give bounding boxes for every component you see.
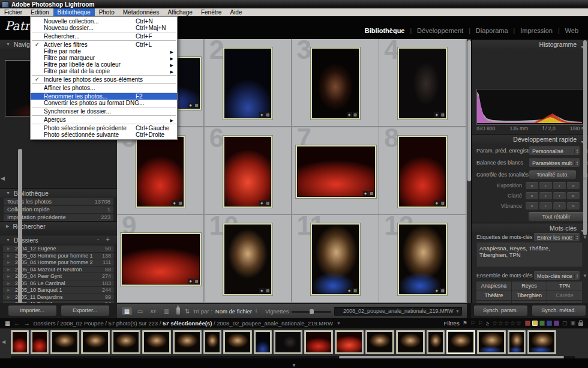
histogram-panel-header[interactable]: Histogramme ▼: [472, 39, 588, 49]
menubar-item-aide[interactable]: Aide: [226, 8, 246, 16]
menu-item[interactable]: ✓Activer les filtresCtrl+L: [31, 41, 177, 48]
menu-item[interactable]: Photo sélectionnée précédenteCtrl+Gauche: [31, 125, 177, 131]
keyword-badge-icon[interactable]: ◈: [434, 112, 439, 118]
menubar-item-edition[interactable]: Edition: [26, 8, 53, 16]
keyword-tags-textarea[interactable]: Anapiesna, Reyes, Théâtre, Tiberghien, T…: [476, 242, 583, 267]
keyword-badge-icon[interactable]: ◈: [347, 288, 352, 294]
crop-badge-icon[interactable]: ▨: [440, 201, 445, 206]
adjust-step-button[interactable]: »: [567, 182, 580, 189]
photo-thumbnail[interactable]: ◈▨: [311, 223, 360, 295]
keyword-suggestion-button[interactable]: Anapiesna: [476, 282, 511, 291]
copy-status-icon[interactable]: ▢: [562, 320, 568, 326]
filmstrip-thumbnail[interactable]: [50, 330, 79, 354]
menu-item[interactable]: Filtre par état de la copie▶: [31, 68, 177, 74]
filmstrip-left-arrow-icon[interactable]: ◀: [2, 339, 5, 345]
photo-thumbnail[interactable]: ◈▨: [296, 145, 376, 198]
rating-operator[interactable]: ≥: [486, 320, 489, 327]
back-arrow-icon[interactable]: ←: [14, 320, 20, 327]
collapse-down-icon[interactable]: ▼: [292, 363, 296, 368]
grid-cell-9[interactable]: 9◈▨: [117, 215, 204, 303]
crop-badge-icon[interactable]: ▨: [440, 112, 445, 118]
color-label-chip[interactable]: [554, 321, 559, 326]
left-panel-collapse-icon[interactable]: ◀: [1, 175, 5, 181]
flag-picked-icon[interactable]: ⚑: [463, 320, 467, 326]
filmstrip-thumbnail[interactable]: [446, 330, 475, 354]
adjust-step-button[interactable]: »: [567, 192, 580, 199]
folders-add-remove-buttons[interactable]: - +: [97, 235, 112, 243]
menu-item[interactable]: Nouveau dossier...Ctrl+Maj+N: [31, 25, 177, 31]
keyword-badge-icon[interactable]: ◈: [259, 112, 265, 118]
forward-arrow-icon[interactable]: →: [23, 320, 29, 327]
adjust-step-button[interactable]: «: [526, 202, 538, 210]
menu-item[interactable]: ✓Inclure les photos des sous-éléments: [31, 76, 177, 83]
filmstrip-thumbnail[interactable]: [223, 330, 252, 354]
keyword-badge-icon[interactable]: ◈: [188, 279, 193, 284]
adjust-step-button[interactable]: ‹: [539, 192, 552, 199]
adjust-step-button[interactable]: «: [526, 192, 538, 199]
crop-badge-icon[interactable]: ▨: [353, 112, 358, 118]
keywords-panel-header[interactable]: Mots-clés ▼: [472, 223, 588, 232]
menu-item[interactable]: Rechercher...Ctrl+F: [31, 33, 177, 40]
filmstrip-thumbnail[interactable]: [11, 330, 29, 354]
crop-badge-icon[interactable]: ▨: [369, 191, 374, 196]
white-balance-dropdown[interactable]: Paramètres multi... ▲▼: [529, 158, 580, 167]
thumbnail-size-slider[interactable]: [292, 311, 331, 313]
star-icon[interactable]: ☆: [492, 320, 498, 327]
chevron-down-icon[interactable]: ▼: [455, 307, 460, 316]
photo-thumbnail[interactable]: ◈▨: [311, 47, 360, 119]
menubar-item-métadonnées[interactable]: Métadonnées: [119, 8, 164, 16]
spinner-icon[interactable]: ▲▼: [574, 235, 578, 240]
grid-cell-2[interactable]: 2◈▨: [205, 39, 292, 127]
filmstrip-thumbnail[interactable]: [31, 330, 49, 354]
section-arrow-icon[interactable]: ▼: [583, 235, 587, 240]
filmstrip-thumbnail[interactable]: [254, 330, 272, 354]
crop-badge-icon[interactable]: ▨: [353, 288, 358, 294]
filmstrip-thumbnail[interactable]: [396, 330, 425, 354]
color-label-chip[interactable]: [525, 321, 530, 326]
export-button[interactable]: Exporter...: [61, 306, 109, 316]
master-status-icon[interactable]: ▣: [570, 320, 575, 326]
menubar-item-fenêtre[interactable]: Fenêtre: [197, 8, 226, 16]
grid-scrollbar-thumb[interactable]: [467, 40, 471, 181]
menu-item[interactable]: Synchroniser le dossier...: [31, 108, 177, 115]
sync-metadata-button[interactable]: Synch. métad.: [532, 306, 586, 316]
flag-unflagged-icon[interactable]: ⚐: [470, 320, 475, 326]
filmstrip-thumbnail[interactable]: [527, 330, 556, 354]
menu-item[interactable]: Affiner les photos...: [31, 85, 177, 91]
lock-icon[interactable]: [578, 322, 583, 326]
crop-badge-icon[interactable]: ▨: [265, 201, 271, 206]
sync-settings-button[interactable]: Synch. param.: [474, 306, 527, 316]
compare-view-icon[interactable]: XY: [148, 307, 158, 315]
painter-spray-icon[interactable]: [176, 307, 180, 315]
filmstrip-thumbnail[interactable]: [142, 330, 171, 354]
filmstrip-thumbnail[interactable]: [173, 330, 202, 354]
menu-item[interactable]: Filtre par note▶: [31, 48, 177, 55]
adjust-step-button[interactable]: ›: [553, 202, 566, 210]
adjust-step-button[interactable]: ›: [553, 182, 566, 189]
star-rating-filter[interactable]: ☆☆☆☆☆: [492, 320, 522, 327]
crop-badge-icon[interactable]: ▨: [178, 201, 183, 206]
crop-badge-icon[interactable]: ▨: [440, 288, 445, 294]
menu-item[interactable]: Nouvelle collection...Ctrl+N: [31, 18, 177, 25]
star-icon[interactable]: ☆: [516, 320, 522, 327]
section-arrow-icon[interactable]: ▼: [583, 273, 587, 279]
breadcrumb-caret-icon[interactable]: ▼: [337, 321, 341, 325]
keyword-badge-icon[interactable]: ◈: [172, 201, 177, 206]
keyword-suggestion-button[interactable]: Théâtre: [476, 291, 511, 300]
adjust-step-button[interactable]: ›: [553, 192, 566, 199]
color-label-chip[interactable]: [547, 321, 552, 326]
spinner-icon[interactable]: ▲▼: [574, 161, 578, 166]
filmstrip-thumbnail[interactable]: [81, 330, 110, 354]
quick-develop-panel-header[interactable]: Développement rapide ▼: [472, 134, 588, 143]
keyword-badge-icon[interactable]: ◈: [434, 288, 439, 294]
keyword-badge-icon[interactable]: ◈: [188, 103, 193, 108]
menubar-item-photo[interactable]: Photo: [95, 8, 119, 16]
reset-all-button[interactable]: Tout rétablir: [529, 212, 584, 221]
grid-cell-12[interactable]: 12◈▨: [379, 215, 466, 303]
star-icon[interactable]: ☆: [498, 320, 504, 327]
menubar-item-affichage[interactable]: Affichage: [163, 8, 197, 16]
filmstrip-thumbnail[interactable]: [477, 330, 506, 354]
star-icon[interactable]: ☆: [510, 320, 516, 327]
menu-item[interactable]: Photo sélectionnée suivanteCtrl+Droite: [31, 131, 177, 138]
breadcrumb[interactable]: Dossiers / 2008_02 Poupee / 57 photo(s) …: [33, 320, 332, 327]
